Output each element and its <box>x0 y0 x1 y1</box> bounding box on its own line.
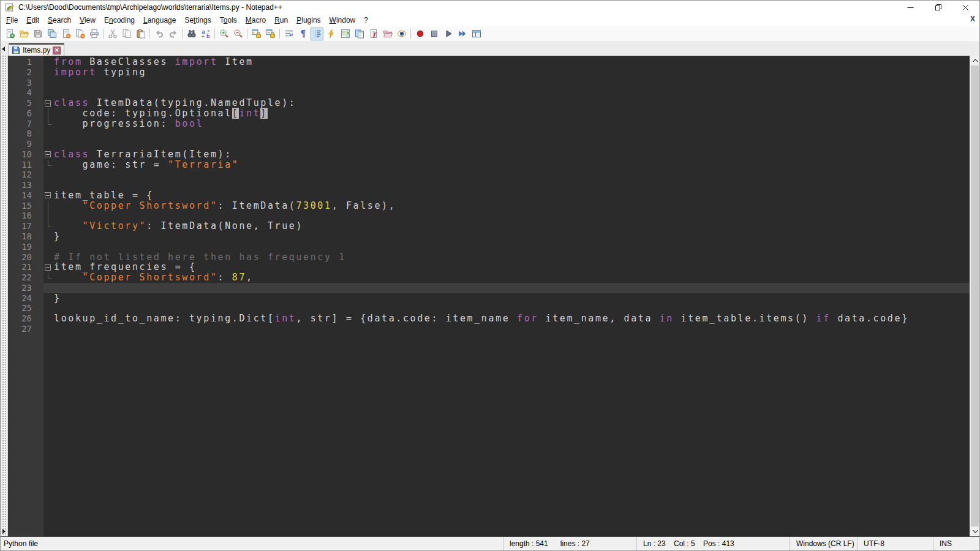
find-button[interactable] <box>185 28 198 40</box>
code-text[interactable] <box>54 303 970 313</box>
macro-save-button[interactable] <box>470 28 483 40</box>
undo-button[interactable] <box>153 28 165 40</box>
save-all-button[interactable] <box>45 28 58 40</box>
close-all-button[interactable] <box>74 28 86 40</box>
fold-toggle[interactable] <box>43 98 54 108</box>
vertical-scrollbar[interactable] <box>970 56 979 536</box>
restore-button[interactable] <box>924 1 952 14</box>
token: import <box>54 67 97 78</box>
code-text[interactable]: class TerrariaItem(Item): <box>54 149 970 160</box>
code-text[interactable]: from BaseClasses import Item <box>54 57 970 67</box>
menu-file[interactable]: File <box>2 15 22 26</box>
fold-collapse-icon[interactable] <box>45 192 51 198</box>
close-button[interactable] <box>952 1 979 14</box>
menubar-close-icon[interactable]: X <box>970 15 975 23</box>
open-file-button[interactable] <box>17 28 30 40</box>
menu-search[interactable]: Search <box>43 15 75 26</box>
function-list-button[interactable]: f <box>367 28 380 40</box>
paste-button[interactable] <box>134 28 147 40</box>
fold-toggle[interactable] <box>43 149 54 160</box>
fold-toggle[interactable] <box>43 262 54 272</box>
code-text[interactable]: item_table = { <box>54 190 970 201</box>
menu-[interactable]: ? <box>360 15 372 26</box>
sync-vertical-button[interactable] <box>250 28 263 40</box>
code-text[interactable] <box>54 78 970 88</box>
code-text[interactable]: "Victory": ItemData(None, True) <box>54 221 970 231</box>
fold-toggle[interactable] <box>43 190 54 201</box>
line-number: 2 <box>8 67 43 78</box>
code-text[interactable] <box>54 242 970 252</box>
cut-button[interactable] <box>106 28 119 40</box>
zoom-in-button[interactable] <box>217 28 230 40</box>
code-text[interactable]: "Copper Shortsword": 87, <box>54 272 970 283</box>
scroll-down-icon[interactable] <box>970 527 980 536</box>
menu-run[interactable]: Run <box>270 15 292 26</box>
replace-button[interactable]: ab <box>199 28 212 40</box>
dock-splitter[interactable] <box>1 56 8 536</box>
dock-arrow-icon[interactable] <box>2 529 6 534</box>
code-text[interactable] <box>54 170 970 180</box>
close-file-button[interactable] <box>59 28 72 40</box>
save-button[interactable] <box>31 28 44 40</box>
copy-button[interactable] <box>120 28 133 40</box>
show-all-characters-button[interactable]: ¶ <box>296 28 309 40</box>
menu-tools[interactable]: Tools <box>216 15 241 26</box>
print-button[interactable] <box>88 28 100 40</box>
token <box>54 220 83 231</box>
new-file-button[interactable] <box>3 28 16 40</box>
code-text[interactable]: import typing <box>54 67 970 78</box>
redo-button[interactable] <box>167 28 179 40</box>
token: class <box>54 97 89 108</box>
menu-window[interactable]: Window <box>325 15 360 26</box>
code-text[interactable]: class ItemData(typing.NamedTuple): <box>54 98 970 108</box>
macro-play-button[interactable] <box>442 28 454 40</box>
code-text[interactable]: lookup_id_to_name: typing.Dict[int, str]… <box>54 313 970 324</box>
minimize-button[interactable] <box>897 1 924 14</box>
show-indent-guide-button[interactable] <box>311 28 323 40</box>
code-text[interactable] <box>54 139 970 149</box>
tab-scroll-left-icon[interactable] <box>2 47 5 51</box>
token: item_table = { <box>54 190 154 201</box>
code-text[interactable] <box>54 283 970 293</box>
menu-language[interactable]: Language <box>139 15 180 26</box>
code-text[interactable]: } <box>54 293 970 304</box>
code-text[interactable]: item_frequencies = { <box>54 262 970 272</box>
code-text[interactable]: progression: bool <box>54 119 970 129</box>
code-line-5: 5class ItemData(typing.NamedTuple): <box>8 98 970 108</box>
code-text[interactable]: "Copper Shortsword": ItemData(73001, Fal… <box>54 201 970 211</box>
shortcut-mapper-button[interactable] <box>325 28 337 40</box>
code-text[interactable] <box>54 129 970 139</box>
fold-collapse-icon[interactable] <box>45 100 51 107</box>
code-text[interactable] <box>54 211 970 221</box>
sync-horizontal-button[interactable] <box>264 28 277 40</box>
code-text[interactable]: } <box>54 231 970 242</box>
tab-close-icon[interactable]: ✕ <box>53 47 61 54</box>
code-text[interactable]: game: str = "Terraria" <box>54 160 970 170</box>
monitoring-button[interactable] <box>395 28 408 40</box>
code-editor[interactable]: 1from BaseClasses import Item2import typ… <box>8 56 970 536</box>
menu-plugins[interactable]: Plugins <box>292 15 325 26</box>
code-text[interactable] <box>54 180 970 190</box>
menu-encoding[interactable]: Encoding <box>100 15 139 26</box>
macro-record-button[interactable] <box>413 28 426 40</box>
code-text[interactable]: # If not listed here then has frequency … <box>54 252 970 263</box>
code-text[interactable] <box>54 88 970 98</box>
fold-collapse-icon[interactable] <box>45 264 51 271</box>
menu-view[interactable]: View <box>75 15 100 26</box>
zoom-out-button[interactable] <box>232 28 244 40</box>
document-map-button[interactable] <box>339 28 352 40</box>
scroll-up-icon[interactable] <box>970 56 980 66</box>
code-text[interactable]: code: typing.Optional[int] <box>54 108 970 119</box>
scrollbar-thumb[interactable] <box>971 66 979 527</box>
macro-run-multiple-button[interactable] <box>456 28 469 40</box>
menu-settings[interactable]: Settings <box>180 15 215 26</box>
fold-collapse-icon[interactable] <box>45 151 51 157</box>
code-text[interactable] <box>54 324 970 334</box>
folder-as-workspace-button[interactable] <box>381 28 394 40</box>
macro-stop-button[interactable] <box>428 28 440 40</box>
word-wrap-button[interactable] <box>282 28 295 40</box>
tab-items-py[interactable]: Items.py ✕ <box>9 43 64 56</box>
menu-macro[interactable]: Macro <box>241 15 270 26</box>
menu-edit[interactable]: Edit <box>22 15 43 26</box>
document-switcher-button[interactable] <box>353 28 366 40</box>
